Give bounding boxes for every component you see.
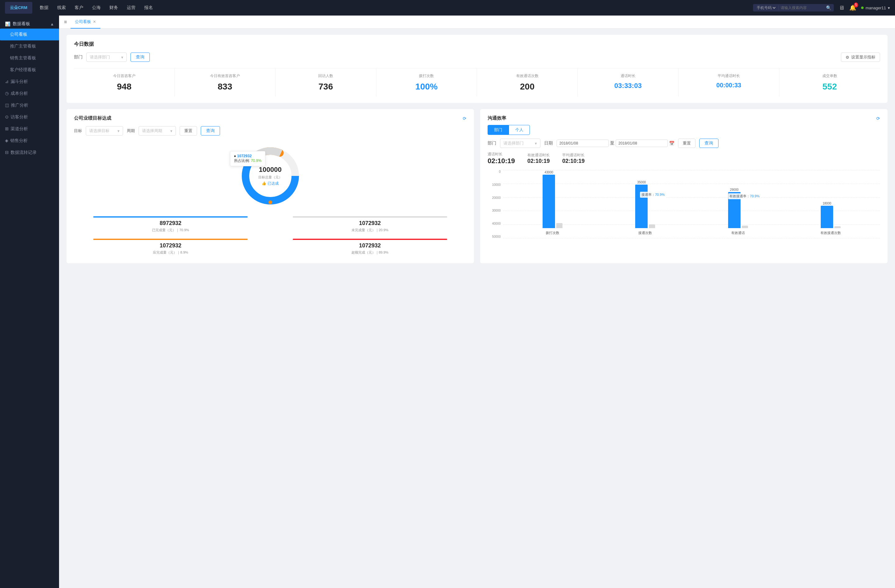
target-select[interactable]: 请选择目标 ▾ <box>86 126 123 135</box>
hamburger-icon[interactable]: ≡ <box>64 19 67 25</box>
perf-label-completed: 已完成量（元）｜70.9% <box>74 228 267 232</box>
stat-label-7: 成交单数 <box>783 73 876 79</box>
tabs-bar: ≡ 公司看板 ✕ <box>59 15 895 29</box>
bar-chart: 50000 40000 30000 20000 10000 0 <box>488 170 880 257</box>
perf-title: 公司业绩目标达成 <box>74 115 111 121</box>
search-icon[interactable]: 🔍 <box>826 5 831 10</box>
nav-right: 手机号码 🔍 🖥 🔔 5 manager11 ▾ <box>753 4 890 12</box>
sidebar-item-cost[interactable]: ◷成本分析 <box>0 88 59 100</box>
bar-valid-secondary <box>742 226 748 228</box>
stat-value-3: 100% <box>380 82 473 92</box>
perf-stat-should: 1072932 应完成量（元）｜8.9% <box>74 239 267 255</box>
nav-data[interactable]: 数据 <box>40 5 49 11</box>
notification-icon[interactable]: 🔔 5 <box>849 5 856 11</box>
tab-close-icon[interactable]: ✕ <box>93 20 96 24</box>
comm-refresh-icon[interactable]: ⟳ <box>876 116 880 121</box>
comm-date-label: 日期 <box>544 141 553 146</box>
perf-value-completed: 8972932 <box>74 220 267 227</box>
comm-dept-label: 部门 <box>488 141 496 146</box>
stat-value-2: 736 <box>279 82 372 92</box>
avg-duration-label: 平均通话时长 <box>562 153 584 158</box>
perf-value-should: 1072932 <box>74 242 267 249</box>
period-select[interactable]: 请选择周期 ▾ <box>139 126 176 135</box>
nav-finance[interactable]: 财务 <box>109 5 118 11</box>
stat-value-6: 00:00:33 <box>683 82 775 89</box>
search-type-select[interactable]: 手机号码 <box>755 5 777 10</box>
sidebar-section-dashboard[interactable]: 📊 数据看板 ▲ <box>0 18 59 29</box>
perf-bar-incomplete <box>293 216 447 218</box>
comm-reset-button[interactable]: 重置 <box>678 139 695 148</box>
stat-label-2: 回访人数 <box>279 73 372 79</box>
performance-card: 公司业绩目标达成 ⟳ 目标 请选择目标 ▾ 周期 请选择周期 ▾ <box>67 109 474 263</box>
bar-label-43000: 43000 <box>545 171 553 174</box>
stat-avg-call-duration: 平均通话时长 00:00:33 <box>679 68 780 97</box>
sidebar-item-promo-analysis[interactable]: ◫推广分析 <box>0 100 59 111</box>
date-end-input[interactable] <box>616 139 668 147</box>
perf-reset-button[interactable]: 重置 <box>180 126 197 135</box>
bar-label-18000: 18000 <box>822 202 831 205</box>
group-label-valid-connect: 有效接通次数 <box>821 230 841 235</box>
stat-revisit-count: 回访人数 736 <box>276 68 376 97</box>
perf-value-over: 1072932 <box>273 242 467 249</box>
monitor-icon[interactable]: 🖥 <box>839 5 844 11</box>
today-query-button[interactable]: 查询 <box>130 53 150 62</box>
two-col-section: 公司业绩目标达成 ⟳ 目标 请选择目标 ▾ 周期 请选择周期 ▾ <box>67 109 887 263</box>
stat-label-1: 今日有效首咨客户 <box>178 73 271 79</box>
nav-operation[interactable]: 运营 <box>127 5 135 11</box>
sidebar-item-sales-analysis[interactable]: ◈销售分析 <box>0 135 59 147</box>
dept-select[interactable]: 请选择部门 ▾ <box>86 53 127 62</box>
tab-company-board[interactable]: 公司看板 ✕ <box>71 15 100 29</box>
perf-value-incomplete: 1072932 <box>273 220 467 227</box>
stat-deals: 成交单数 552 <box>780 68 880 97</box>
stat-valid-calls: 有效通话次数 200 <box>477 68 578 97</box>
comm-query-button[interactable]: 查询 <box>699 139 719 148</box>
nav-sea[interactable]: 公海 <box>92 5 101 11</box>
date-start-input[interactable] <box>557 139 609 147</box>
nav-signup[interactable]: 报名 <box>144 5 153 11</box>
stat-valid-first-consult: 今日有效首咨客户 833 <box>174 68 275 97</box>
sidebar-item-sales-mgr[interactable]: 销售主管看板 <box>0 52 59 64</box>
sidebar-collapse-icon[interactable]: ▲ <box>50 22 54 26</box>
sidebar-item-company[interactable]: 公司看板 <box>0 29 59 40</box>
perf-stat-incomplete: 1072932 未完成量（元）｜20.9% <box>273 216 467 232</box>
username: manager11 <box>865 6 886 10</box>
stat-call-duration: 通话时长 03:33:03 <box>578 68 678 97</box>
stat-label-5: 通话时长 <box>581 73 674 79</box>
main-layout: 📊 数据看板 ▲ 公司看板 推广主管看板 销售主管看板 客户经理看板 ⊿漏斗分析… <box>0 15 895 588</box>
comm-dept-select[interactable]: 请选择部门 ▾ <box>500 139 540 148</box>
comm-title: 沟通效率 <box>488 115 506 121</box>
tooltip-value: 1072932 <box>237 154 252 158</box>
sidebar-item-funnel[interactable]: ⊿漏斗分析 <box>0 76 59 88</box>
donut-total-label: 目标总量（元） <box>258 175 282 180</box>
perf-refresh-icon[interactable]: ⟳ <box>463 116 466 121</box>
logo[interactable]: 云朵CRM <box>5 2 32 14</box>
user-dropdown-icon[interactable]: ▾ <box>888 6 890 10</box>
perf-query-button[interactable]: 查询 <box>201 126 220 135</box>
sidebar-item-customer-mgr[interactable]: 客户经理看板 <box>0 64 59 76</box>
stat-label-3: 拨打次数 <box>380 73 473 79</box>
donut-total: 100000 <box>258 166 282 174</box>
perf-label-should: 应完成量（元）｜8.9% <box>74 250 267 255</box>
donut-tooltip: ● 1072932 所占比例: 70.9% <box>230 151 266 166</box>
settings-button[interactable]: ⚙ 设置显示指标 <box>841 53 880 62</box>
nav-customer[interactable]: 客户 <box>74 5 83 11</box>
sidebar-item-promo-mgr[interactable]: 推广主管看板 <box>0 40 59 52</box>
content-area: 今日数据 部门 请选择部门 ▾ 查询 ⚙ 设置显示指标 今日首咨客户 <box>59 29 895 270</box>
svg-point-4 <box>268 200 272 204</box>
comm-filter: 部门 请选择部门 ▾ 日期 至 📅 重置 查询 <box>488 139 880 148</box>
date-range: 至 📅 <box>557 139 674 147</box>
user-info[interactable]: manager11 ▾ <box>861 6 890 10</box>
tab-person-button[interactable]: 个人 <box>509 125 530 135</box>
search-input[interactable] <box>781 6 824 10</box>
tab-dept-button[interactable]: 部门 <box>488 125 509 135</box>
nav-items: 数据 线索 客户 公海 财务 运营 报名 <box>40 5 746 11</box>
bar-valid-connect-main <box>821 206 833 228</box>
nav-leads[interactable]: 线索 <box>57 5 66 11</box>
sidebar-item-data-flow[interactable]: ⊟数据流转记录 <box>0 147 59 159</box>
sidebar-item-channel[interactable]: ⊞渠道分析 <box>0 123 59 135</box>
main-content: ≡ 公司看板 ✕ 今日数据 部门 请选择部门 ▾ 查询 ⚙ <box>59 15 895 588</box>
perf-label-over: 超额完成（元）｜89.9% <box>273 250 467 255</box>
sidebar-item-visitor[interactable]: ⊙访客分析 <box>0 111 59 123</box>
call-duration-label: 通话时长 <box>488 152 515 157</box>
calendar-icon[interactable]: 📅 <box>669 141 674 146</box>
